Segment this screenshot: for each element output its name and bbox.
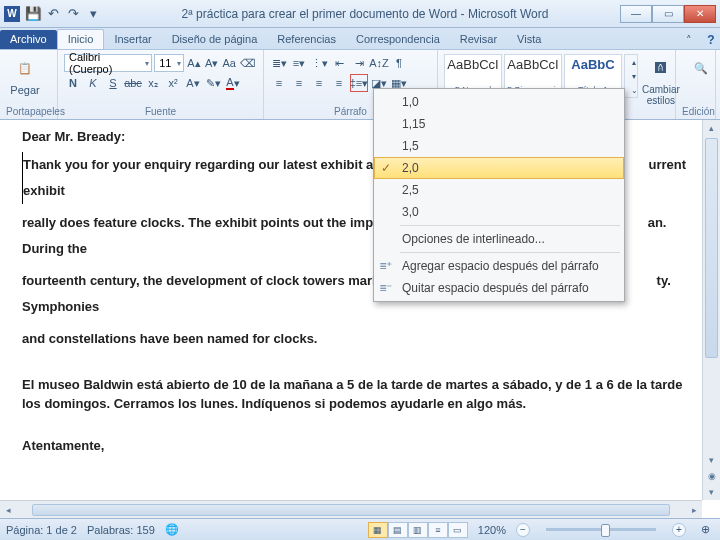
scroll-up-button[interactable]: ▴: [703, 120, 720, 136]
qat-customize-button[interactable]: ▾: [84, 5, 102, 23]
tab-revisar[interactable]: Revisar: [450, 30, 507, 49]
underline-button[interactable]: S: [104, 74, 122, 92]
group-clipboard: 📋 Pegar Portapapeles: [0, 50, 58, 119]
align-right-button[interactable]: ≡: [310, 74, 328, 92]
clear-format-button[interactable]: ⌫: [239, 54, 257, 72]
ls-option-3-0[interactable]: 3,0: [374, 201, 624, 223]
scroll-left-button[interactable]: ◂: [0, 505, 16, 515]
align-center-button[interactable]: ≡: [290, 74, 308, 92]
styles-expand[interactable]: ⌄: [625, 83, 643, 97]
view-outline[interactable]: ≡: [428, 522, 448, 538]
sort-button[interactable]: A↕Z: [370, 54, 388, 72]
qat-undo-button[interactable]: ↶: [44, 5, 62, 23]
ribbon-minimize-button[interactable]: ˄: [680, 31, 698, 49]
qat-redo-button[interactable]: ↷: [64, 5, 82, 23]
show-marks-button[interactable]: ¶: [390, 54, 408, 72]
numbering-button[interactable]: ≡▾: [290, 54, 308, 72]
window-controls: — ▭ ✕: [620, 5, 716, 23]
zoom-slider[interactable]: [546, 528, 656, 531]
tab-archivo[interactable]: Archivo: [0, 30, 57, 49]
window-title: 2ª práctica para crear el primer documen…: [110, 7, 620, 21]
group-editing: 🔍 Edición: [676, 50, 716, 119]
prev-page-button[interactable]: ◉: [703, 468, 720, 484]
vertical-scrollbar[interactable]: ▴ ▾ ◉ ▾: [702, 120, 720, 500]
tab-inicio[interactable]: Inicio: [57, 29, 105, 49]
shrink-font-button[interactable]: A▾: [204, 54, 220, 72]
ribbon-tabs: Archivo Inicio Insertar Diseño de página…: [0, 28, 720, 50]
close-button[interactable]: ✕: [684, 5, 716, 23]
zoom-fit-button[interactable]: ⊕: [696, 521, 714, 539]
group-clipboard-label: Portapapeles: [6, 104, 51, 117]
font-color-button[interactable]: A▾: [224, 74, 242, 92]
strike-button[interactable]: abc: [124, 74, 142, 92]
tab-diseno-pagina[interactable]: Diseño de página: [162, 30, 268, 49]
zoom-out-button[interactable]: −: [516, 523, 530, 537]
grow-font-button[interactable]: A▴: [186, 54, 202, 72]
ls-options-link[interactable]: Opciones de interlineado...: [374, 228, 624, 250]
ls-option-1-5[interactable]: 1,5: [374, 135, 624, 157]
zoom-level[interactable]: 120%: [478, 524, 506, 536]
paste-button[interactable]: 📋 Pegar: [6, 54, 44, 96]
superscript-button[interactable]: x²: [164, 74, 182, 92]
help-button[interactable]: ?: [702, 31, 720, 49]
status-language-icon[interactable]: 🌐: [165, 523, 179, 536]
doc-paragraph-5[interactable]: El museo Baldwin está abierto de 10 de l…: [22, 376, 698, 412]
paste-icon: 📋: [11, 54, 39, 82]
ls-add-space-after[interactable]: ≡⁺Agregar espacio después del párrafo: [374, 255, 624, 277]
subscript-button[interactable]: x₂: [144, 74, 162, 92]
doc-paragraph-4[interactable]: and constellations have been named for c…: [22, 326, 698, 352]
decrease-indent-button[interactable]: ⇤: [330, 54, 348, 72]
maximize-button[interactable]: ▭: [652, 5, 684, 23]
ls-option-2-0[interactable]: ✓2,0: [374, 157, 624, 179]
line-spacing-menu: 1,0 1,15 1,5 ✓2,0 2,5 3,0 Opciones de in…: [373, 88, 625, 302]
view-draft[interactable]: ▭: [448, 522, 468, 538]
status-page[interactable]: Página: 1 de 2: [6, 524, 77, 536]
styles-scroll-down[interactable]: ▾: [625, 69, 643, 83]
font-name-dropdown[interactable]: Calibri (Cuerpo): [64, 54, 152, 72]
qat-save-button[interactable]: 💾: [24, 5, 42, 23]
paste-label: Pegar: [10, 84, 39, 96]
font-size-dropdown[interactable]: 11: [154, 54, 184, 72]
align-left-button[interactable]: ≡: [270, 74, 288, 92]
highlight-button[interactable]: ✎▾: [204, 74, 222, 92]
ls-option-1-0[interactable]: 1,0: [374, 91, 624, 113]
group-font: Calibri (Cuerpo) 11 A▴ A▾ Aa ⌫ N K S abc…: [58, 50, 264, 119]
view-web[interactable]: ▥: [408, 522, 428, 538]
menu-separator: [400, 225, 620, 226]
text-effects-button[interactable]: A▾: [184, 74, 202, 92]
scroll-down-button[interactable]: ▾: [703, 452, 720, 468]
change-case-button[interactable]: Aa: [221, 54, 237, 72]
view-full-screen[interactable]: ▤: [388, 522, 408, 538]
bold-button[interactable]: N: [64, 74, 82, 92]
find-icon: 🔍: [687, 54, 715, 82]
status-bar: Página: 1 de 2 Palabras: 159 🌐 ▦ ▤ ▥ ≡ ▭…: [0, 518, 720, 540]
scroll-right-button[interactable]: ▸: [686, 505, 702, 515]
zoom-in-button[interactable]: +: [672, 523, 686, 537]
ls-remove-space-after[interactable]: ≡⁻Quitar espacio después del párrafo: [374, 277, 624, 299]
ls-option-1-15[interactable]: 1,15: [374, 113, 624, 135]
increase-indent-button[interactable]: ⇥: [350, 54, 368, 72]
justify-button[interactable]: ≡: [330, 74, 348, 92]
editing-button[interactable]: 🔍: [682, 54, 720, 82]
change-styles-label: Cambiar estilos: [642, 84, 680, 106]
doc-closing[interactable]: Atentamente,: [22, 437, 698, 455]
tab-referencias[interactable]: Referencias: [267, 30, 346, 49]
next-page-button[interactable]: ▾: [703, 484, 720, 500]
styles-scroll-up[interactable]: ▴: [625, 55, 643, 69]
group-font-label: Fuente: [64, 104, 257, 117]
multilevel-button[interactable]: ⋮▾: [310, 54, 328, 72]
bullets-button[interactable]: ≣▾: [270, 54, 288, 72]
tab-vista[interactable]: Vista: [507, 30, 551, 49]
horizontal-scrollbar[interactable]: ◂ ▸: [0, 500, 702, 518]
minimize-button[interactable]: —: [620, 5, 652, 23]
line-spacing-button[interactable]: ‡≡▾: [350, 74, 368, 92]
tab-correspondencia[interactable]: Correspondencia: [346, 30, 450, 49]
view-print-layout[interactable]: ▦: [368, 522, 388, 538]
hscroll-thumb[interactable]: [32, 504, 670, 516]
status-words[interactable]: Palabras: 159: [87, 524, 155, 536]
italic-button[interactable]: K: [84, 74, 102, 92]
ls-option-2-5[interactable]: 2,5: [374, 179, 624, 201]
scroll-thumb[interactable]: [705, 138, 718, 358]
change-styles-button[interactable]: 🅰 Cambiar estilos: [642, 54, 680, 106]
tab-insertar[interactable]: Insertar: [104, 30, 161, 49]
